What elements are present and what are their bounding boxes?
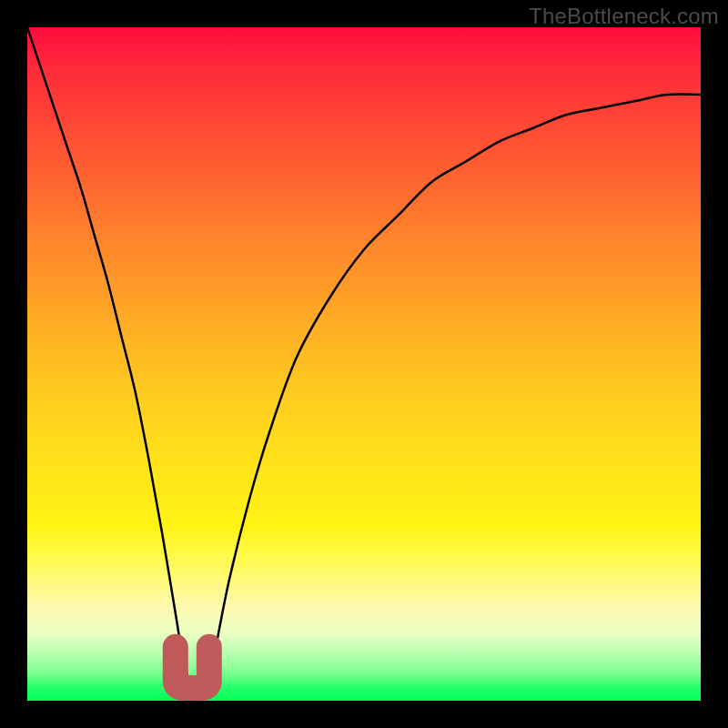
watermark-text: TheBottleneck.com bbox=[529, 4, 719, 29]
chart-frame: TheBottleneck.com bbox=[0, 0, 728, 728]
chart-svg bbox=[27, 27, 701, 701]
bottleneck-curve bbox=[27, 27, 701, 695]
minimum-marker bbox=[176, 647, 209, 688]
plot-area bbox=[27, 27, 701, 701]
